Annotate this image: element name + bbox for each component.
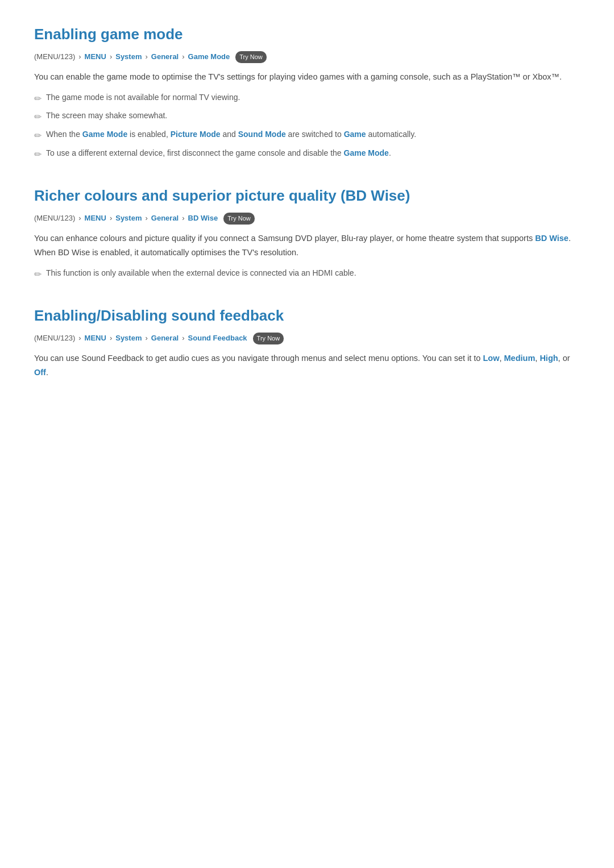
breadcrumb-system: System: [115, 51, 142, 63]
breadcrumb-sound-feedback: (MENU/123) › MENU › System › General › S…: [34, 333, 580, 345]
inline-highlight: Game Mode: [344, 148, 389, 157]
try-now-badge-bdwise[interactable]: Try Now: [223, 213, 255, 225]
description-game-mode: You can enable the game mode to optimise…: [34, 70, 580, 84]
section-sound-feedback: Enabling/Disabling sound feedback (MENU/…: [34, 304, 580, 379]
separator: ›: [110, 333, 112, 344]
note-text: The screen may shake somewhat.: [46, 109, 167, 122]
note-list-bd-wise: ✏ This function is only available when t…: [34, 267, 580, 282]
inline-highlight-medium: Medium: [504, 354, 536, 363]
separator: ›: [182, 213, 184, 225]
pencil-icon: ✏: [34, 267, 42, 282]
breadcrumb-menu123: (MENU/123): [34, 213, 75, 225]
separator: ›: [145, 213, 147, 225]
pencil-icon: ✏: [34, 147, 42, 162]
breadcrumb-menu: MENU: [85, 213, 106, 225]
pencil-icon: ✏: [34, 92, 42, 106]
separator: ›: [110, 213, 112, 225]
note-text: This function is only available when the…: [46, 267, 356, 279]
note-text: When the Game Mode is enabled, Picture M…: [46, 128, 416, 140]
note-item: ✏ To use a different external device, fi…: [34, 147, 580, 162]
note-item: ✏ This function is only available when t…: [34, 267, 580, 282]
section-bd-wise: Richer colours and superior picture qual…: [34, 184, 580, 281]
inline-highlight-bdwise: BD Wise: [535, 234, 569, 243]
separator: ›: [78, 213, 81, 225]
inline-highlight-high: High: [540, 354, 558, 363]
breadcrumb-system: System: [115, 333, 142, 344]
breadcrumb-general: General: [151, 213, 179, 225]
section-title-sound-feedback: Enabling/Disabling sound feedback: [34, 304, 580, 328]
separator: ›: [182, 51, 184, 63]
breadcrumb-gamemode: Game Mode: [188, 51, 230, 63]
inline-highlight: Picture Mode: [171, 130, 221, 139]
separator: ›: [182, 333, 184, 344]
try-now-badge-soundfeedback[interactable]: Try Now: [253, 333, 284, 345]
inline-highlight-off: Off: [34, 368, 46, 377]
description-bd-wise: You can enhance colours and picture qual…: [34, 231, 580, 259]
breadcrumb-menu: MENU: [85, 51, 106, 63]
note-list-game-mode: ✏ The game mode is not available for nor…: [34, 91, 580, 161]
breadcrumb-general: General: [151, 51, 179, 63]
section-title-bd-wise: Richer colours and superior picture qual…: [34, 184, 580, 208]
breadcrumb-general: General: [151, 333, 179, 344]
breadcrumb-menu123: (MENU/123): [34, 51, 75, 63]
pencil-icon: ✏: [34, 110, 42, 124]
inline-highlight: Game Mode: [82, 130, 127, 139]
note-item: ✏ When the Game Mode is enabled, Picture…: [34, 128, 580, 143]
try-now-badge-gamemode[interactable]: Try Now: [235, 51, 267, 64]
breadcrumb-game-mode: (MENU/123) › MENU › System › General › G…: [34, 51, 580, 64]
inline-highlight: Game: [344, 130, 366, 139]
inline-highlight: Sound Mode: [238, 130, 286, 139]
note-item: ✏ The screen may shake somewhat.: [34, 109, 580, 124]
breadcrumb-menu: MENU: [85, 333, 106, 344]
section-title-game-mode: Enabling game mode: [34, 23, 580, 47]
inline-highlight-low: Low: [483, 354, 499, 363]
separator: ›: [78, 51, 81, 63]
note-text: To use a different external device, firs…: [46, 147, 391, 159]
separator: ›: [145, 333, 147, 344]
section-game-mode: Enabling game mode (MENU/123) › MENU › S…: [34, 23, 580, 161]
note-text: The game mode is not available for norma…: [46, 91, 240, 103]
breadcrumb-soundfeedback: Sound Feedback: [188, 333, 247, 344]
breadcrumb-bdwise: BD Wise: [188, 213, 218, 225]
separator: ›: [145, 51, 147, 63]
breadcrumb-system: System: [115, 213, 142, 225]
separator: ›: [78, 333, 81, 344]
description-sound-feedback: You can use Sound Feedback to get audio …: [34, 351, 580, 379]
breadcrumb-menu123: (MENU/123): [34, 333, 75, 344]
note-item: ✏ The game mode is not available for nor…: [34, 91, 580, 106]
pencil-icon: ✏: [34, 128, 42, 143]
breadcrumb-bd-wise: (MENU/123) › MENU › System › General › B…: [34, 213, 580, 225]
separator: ›: [110, 51, 112, 63]
